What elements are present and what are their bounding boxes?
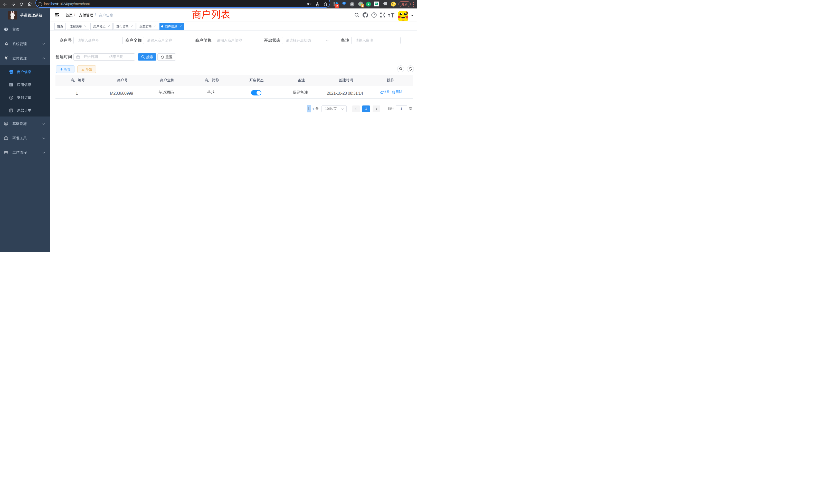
svg-text:⌘: ⌘ [351, 3, 354, 6]
